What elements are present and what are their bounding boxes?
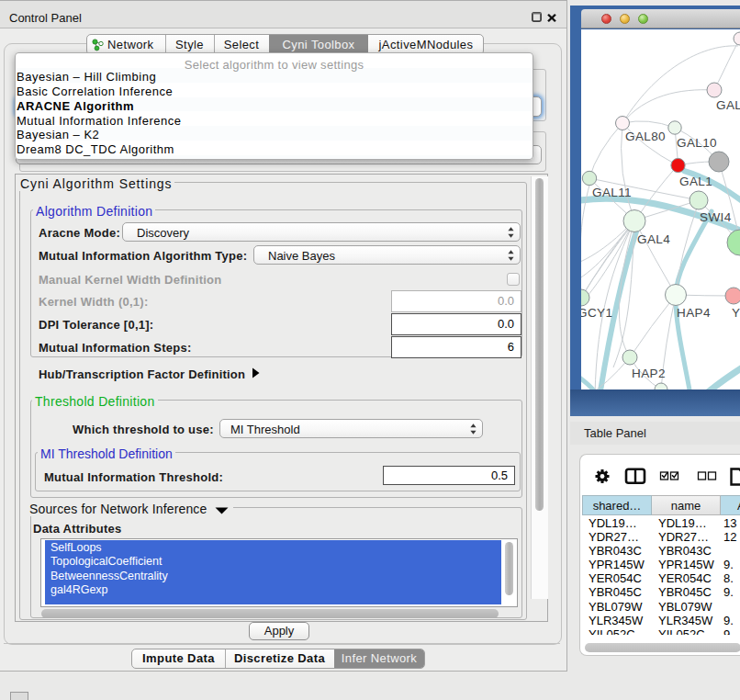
svg-text:GAL80: GAL80 — [625, 130, 666, 143]
svg-text:GCY1: GCY1 — [581, 306, 612, 320]
svg-text:GAL10: GAL10 — [677, 136, 717, 150]
svg-text:GAL7: GAL7 — [716, 98, 740, 112]
svg-text:HAP4: HAP4 — [677, 306, 711, 320]
svg-text:GAL4: GAL4 — [637, 232, 670, 246]
svg-text:GAL1: GAL1 — [679, 175, 712, 188]
svg-text:SWI4: SWI4 — [700, 210, 732, 224]
svg-text:GAL11: GAL11 — [592, 186, 632, 199]
svg-text:Y: Y — [732, 306, 740, 320]
svg-text:HAP2: HAP2 — [632, 367, 666, 380]
